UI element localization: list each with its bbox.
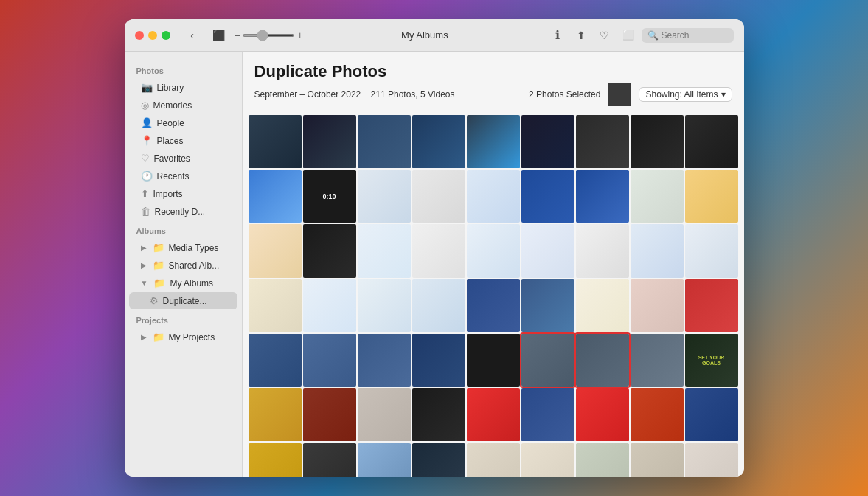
photo-cell[interactable]: [467, 115, 520, 168]
photo-cell[interactable]: [521, 115, 574, 168]
photo-cell[interactable]: [631, 170, 684, 223]
crop-button[interactable]: ⬜: [618, 25, 639, 46]
content-meta: September – October 2022 211 Photos, 5 V…: [254, 89, 455, 100]
photo-cell[interactable]: [249, 224, 302, 278]
photo-cell[interactable]: [249, 443, 302, 477]
maximize-button[interactable]: [162, 31, 170, 40]
photo-cell[interactable]: [303, 388, 356, 441]
main-content: Photos 📷 Library ◎ Memories 👤 People 📍 P…: [125, 52, 744, 477]
date-range: September – October 2022: [254, 89, 361, 100]
minimize-button[interactable]: [148, 31, 157, 40]
photo-cell[interactable]: [576, 115, 629, 168]
photo-inner: [249, 334, 302, 387]
photo-cell[interactable]: [412, 334, 465, 387]
sidebar-item-media-types[interactable]: ▶ 📁 Media Types: [129, 239, 237, 256]
sidebar-item-duplicate-photos[interactable]: ⚙ Duplicate...: [129, 292, 237, 309]
photo-cell[interactable]: [685, 443, 738, 477]
photo-cell[interactable]: [631, 279, 684, 332]
sidebar-item-favorites[interactable]: ♡ Favorites: [129, 150, 237, 167]
photo-cell[interactable]: [521, 170, 574, 223]
photo-cell[interactable]: [412, 170, 465, 223]
photo-cell[interactable]: [685, 224, 738, 278]
photo-cell[interactable]: [521, 388, 574, 441]
photo-cell[interactable]: [467, 334, 520, 387]
photo-cell[interactable]: [685, 388, 738, 441]
sidebar-item-places[interactable]: 📍 Places: [129, 132, 237, 149]
search-input[interactable]: [662, 30, 728, 41]
slideshow-button[interactable]: ⬛: [209, 25, 229, 46]
back-button[interactable]: ‹: [182, 25, 203, 46]
photo-inner: [249, 279, 302, 332]
photo-inner: [685, 170, 738, 223]
photo-cell[interactable]: [521, 279, 574, 332]
showing-dropdown[interactable]: Showing: All Items ▾: [639, 87, 732, 102]
photo-cell[interactable]: [303, 279, 356, 332]
photo-cell[interactable]: [412, 388, 465, 441]
photo-cell[interactable]: [685, 115, 738, 168]
photo-cell[interactable]: [303, 443, 356, 477]
photo-cell[interactable]: [685, 170, 738, 223]
photo-cell[interactable]: [412, 279, 465, 332]
photo-cell[interactable]: [631, 224, 684, 278]
photo-cell[interactable]: [631, 443, 684, 477]
photo-cell[interactable]: [303, 115, 356, 168]
photo-cell[interactable]: [303, 224, 356, 278]
photo-cell[interactable]: [249, 170, 302, 223]
photo-cell[interactable]: [412, 115, 465, 168]
photo-cell[interactable]: [358, 170, 411, 223]
sidebar-item-recently-deleted[interactable]: 🗑 Recently D...: [129, 203, 237, 220]
close-button[interactable]: [135, 31, 144, 40]
photo-cell[interactable]: [358, 224, 411, 278]
sidebar-item-people[interactable]: 👤 People: [129, 114, 237, 131]
share-button[interactable]: ⬆: [571, 25, 591, 46]
sidebar-item-label: Duplicate...: [163, 296, 207, 306]
photo-cell[interactable]: [412, 224, 465, 278]
sidebar-item-memories[interactable]: ◎ Memories: [129, 97, 237, 114]
photo-cell[interactable]: [467, 388, 520, 441]
info-button[interactable]: ℹ: [547, 25, 568, 46]
sidebar-item-library[interactable]: 📷 Library: [129, 79, 237, 96]
favorite-button[interactable]: ♡: [594, 25, 615, 46]
photo-cell[interactable]: [631, 388, 684, 441]
photo-cell[interactable]: SET YOURGOALS: [685, 334, 738, 387]
photo-cell[interactable]: [249, 115, 302, 168]
titlebar: ‹ ⬛ – + My Albums ℹ ⬆ ♡ ⬜ 🔍: [125, 19, 744, 52]
photo-cell[interactable]: [521, 224, 574, 278]
sidebar-item-my-albums[interactable]: ▼ 📁 My Albums: [129, 275, 237, 292]
photo-cell[interactable]: [576, 224, 629, 278]
sidebar-item-my-projects[interactable]: ▶ 📁 My Projects: [129, 328, 237, 345]
photo-cell[interactable]: [576, 170, 629, 223]
photo-cell[interactable]: [412, 443, 465, 477]
photo-cell[interactable]: [576, 279, 629, 332]
photo-cell[interactable]: [467, 443, 520, 477]
photo-cell[interactable]: [467, 279, 520, 332]
photo-cell[interactable]: [249, 279, 302, 332]
recents-icon: 🕐: [141, 170, 153, 182]
photo-cell[interactable]: [249, 388, 302, 441]
photo-inner: [685, 443, 738, 477]
zoom-slider[interactable]: [243, 34, 294, 37]
photo-cell-selected-2[interactable]: [576, 334, 629, 387]
sidebar-item-recents[interactable]: 🕐 Recents: [129, 168, 237, 185]
photo-cell[interactable]: 0:10: [303, 170, 356, 223]
photo-cell[interactable]: [467, 170, 520, 223]
photo-cell[interactable]: [303, 334, 356, 387]
photo-cell[interactable]: [358, 279, 411, 332]
photo-cell[interactable]: [576, 388, 629, 441]
photo-inner: [303, 224, 356, 278]
photo-cell[interactable]: [685, 279, 738, 332]
photo-cell[interactable]: [249, 334, 302, 387]
sidebar-item-shared-albums[interactable]: ▶ 📁 Shared Alb...: [129, 257, 237, 274]
photo-cell-selected-1[interactable]: [521, 334, 574, 387]
photo-cell[interactable]: [358, 388, 411, 441]
photo-cell[interactable]: [576, 443, 629, 477]
library-icon: 📷: [141, 82, 153, 93]
photo-cell[interactable]: [358, 115, 411, 168]
photo-cell[interactable]: [358, 443, 411, 477]
photo-cell[interactable]: [358, 334, 411, 387]
photo-cell[interactable]: [521, 443, 574, 477]
photo-cell[interactable]: [467, 224, 520, 278]
sidebar-item-imports[interactable]: ⬆ Imports: [129, 185, 237, 202]
photo-cell[interactable]: [631, 334, 684, 387]
photo-cell[interactable]: [631, 115, 684, 168]
